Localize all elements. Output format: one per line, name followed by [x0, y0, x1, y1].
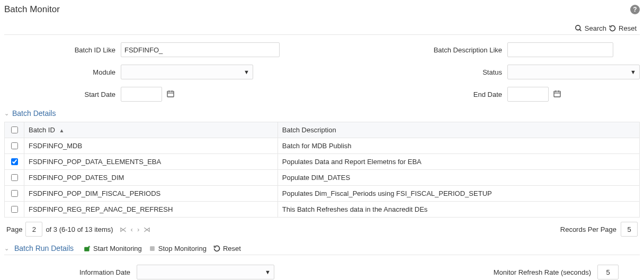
records-per-page-label: Records Per Page: [560, 225, 616, 233]
row-checkbox[interactable]: [11, 174, 18, 181]
module-label: Module: [4, 68, 121, 76]
batch-desc-like-label: Batch Description Like: [391, 46, 507, 54]
table-row[interactable]: FSDFINFO_MDBBatch for MDB Publish: [5, 138, 640, 154]
batch-desc-cell: This Batch Refreshes data in the Anacred…: [278, 202, 639, 218]
batch-id-cell: FSDFINFO_MDB: [24, 138, 278, 154]
refresh-rate-input[interactable]: [597, 265, 619, 279]
batch-desc-cell: Populates Dim_Fiscal_Periods using FSI_F…: [278, 186, 639, 202]
batch-desc-like-input[interactable]: [507, 42, 613, 57]
status-label: Status: [391, 68, 507, 76]
start-monitoring-icon: [83, 245, 91, 252]
stop-monitoring-button[interactable]: Stop Monitoring: [148, 245, 207, 252]
svg-point-0: [576, 25, 580, 30]
status-select[interactable]: ▼: [507, 65, 640, 79]
batch-details-header[interactable]: ⌄ Batch Details: [4, 107, 640, 120]
chevron-down-icon: ▼: [244, 69, 249, 75]
stop-monitoring-icon: [148, 245, 156, 252]
svg-rect-6: [554, 91, 560, 97]
info-date-label: Information Date: [4, 268, 137, 276]
end-date-input[interactable]: [507, 87, 549, 102]
page-label: Page: [6, 225, 22, 233]
svg-rect-2: [167, 91, 174, 97]
first-page-icon[interactable]: ⋉: [120, 225, 127, 233]
batch-run-details-header[interactable]: ⌄ Batch Run Details Start Monitoring Sto…: [4, 242, 640, 255]
batch-id-cell: FSDFINFO_POP_DATES_DIM: [24, 170, 278, 186]
row-checkbox[interactable]: [11, 142, 18, 149]
start-date-input[interactable]: [121, 87, 162, 102]
select-all-checkbox[interactable]: [11, 127, 18, 133]
start-monitoring-label: Start Monitoring: [93, 245, 142, 252]
chevron-down-icon: ⌄: [4, 245, 9, 252]
stop-monitoring-label: Stop Monitoring: [158, 245, 207, 252]
table-row[interactable]: FSDFINFO_POP_DATES_DIMPopulate DIM_DATES: [5, 170, 640, 186]
reset-label: Reset: [619, 24, 637, 32]
svg-rect-10: [85, 247, 90, 251]
table-row[interactable]: FSDFINFO_POP_DIM_FISCAL_PERIODSPopulates…: [5, 186, 640, 202]
run-reset-label: Reset: [223, 245, 241, 252]
next-page-icon[interactable]: ›: [137, 225, 139, 233]
batch-id-cell: FSDFINFO_POP_DATA_ELEMENTS_EBA: [24, 154, 278, 170]
row-checkbox[interactable]: [11, 158, 18, 165]
col-batch-id-label: Batch ID: [29, 126, 55, 134]
last-page-icon[interactable]: ⋊: [144, 225, 150, 233]
help-icon[interactable]: ?: [630, 5, 640, 14]
batch-id-cell: FSDFINFO_REG_REP_ANAC_DE_REFRESH: [24, 202, 278, 218]
batch-details-title: Batch Details: [12, 109, 56, 118]
run-reset-button[interactable]: Reset: [213, 245, 241, 252]
calendar-icon[interactable]: [553, 89, 561, 100]
table-row[interactable]: FSDFINFO_POP_DATA_ELEMENTS_EBAPopulates …: [5, 154, 640, 170]
svg-rect-11: [150, 246, 155, 251]
batch-id-like-input[interactable]: [121, 42, 280, 57]
row-checkbox[interactable]: [11, 190, 18, 197]
start-date-label: Start Date: [4, 91, 121, 98]
reset-icon: [213, 245, 221, 252]
page-title: Batch Monitor: [4, 4, 60, 15]
batch-id-cell: FSDFINFO_POP_DIM_FISCAL_PERIODS: [24, 186, 278, 202]
module-select[interactable]: ▼: [121, 65, 253, 79]
start-monitoring-button[interactable]: Start Monitoring: [83, 245, 142, 252]
reset-icon: [609, 24, 616, 32]
sort-asc-icon: ▲: [59, 128, 64, 133]
prev-page-icon[interactable]: ‹: [131, 225, 133, 233]
svg-line-1: [579, 29, 581, 31]
batch-run-details-title: Batch Run Details: [14, 244, 74, 252]
chevron-down-icon: ⌄: [4, 110, 9, 117]
refresh-rate-label: Monitor Refresh Rate (seconds): [465, 268, 597, 276]
calendar-icon[interactable]: [166, 89, 175, 100]
end-date-label: End Date: [391, 91, 507, 98]
page-suffix: of 3 (6-10 of 13 items): [46, 225, 113, 233]
batch-details-table: Batch ID ▲ Batch Description FSDFINFO_MD…: [4, 122, 640, 218]
batch-desc-cell: Populates Data and Report Elemetns for E…: [278, 154, 639, 170]
col-batch-desc[interactable]: Batch Description: [278, 122, 639, 138]
search-icon: [575, 24, 583, 32]
col-batch-id[interactable]: Batch ID ▲: [24, 122, 278, 138]
table-row[interactable]: FSDFINFO_REG_REP_ANAC_DE_REFRESHThis Bat…: [5, 202, 640, 218]
info-date-select[interactable]: ▼: [137, 265, 274, 279]
row-checkbox[interactable]: [11, 206, 18, 213]
search-label: Search: [585, 24, 606, 32]
batch-desc-cell: Populate DIM_DATES: [278, 170, 639, 186]
batch-desc-cell: Batch for MDB Publish: [278, 138, 639, 154]
reset-button[interactable]: Reset: [609, 24, 637, 32]
chevron-down-icon: ▼: [265, 269, 271, 275]
page-input[interactable]: [25, 222, 42, 237]
search-button[interactable]: Search: [575, 24, 606, 32]
batch-id-like-label: Batch ID Like: [4, 46, 121, 54]
chevron-down-icon: ▼: [630, 69, 636, 75]
records-per-page-input[interactable]: [621, 222, 638, 237]
